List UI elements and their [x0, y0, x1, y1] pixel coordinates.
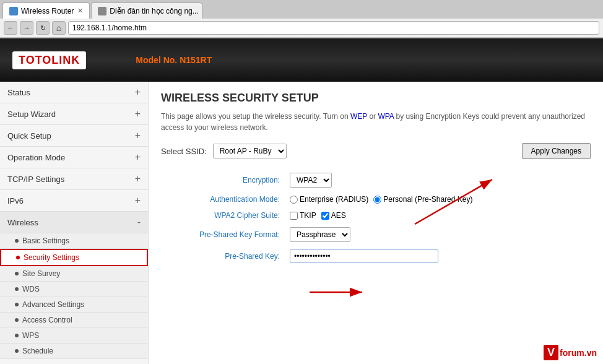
- sidebar-sub-advanced-settings[interactable]: Advanced Settings: [0, 297, 148, 313]
- tab-close-2[interactable]: ✕: [202, 7, 203, 15]
- bullet-security-settings: [16, 256, 20, 259]
- auth-enterprise-radio[interactable]: [290, 196, 298, 204]
- sidebar-sub-site-survey[interactable]: Site Survey: [0, 266, 148, 282]
- bullet-advanced-settings: [15, 303, 19, 306]
- psk-format-label: Pre-Shared Key Format:: [161, 223, 285, 246]
- sidebar-sub-label-basic-settings: Basic Settings: [22, 236, 69, 245]
- sidebar-label-setup-wizard: Setup Wizard: [7, 110, 56, 119]
- auth-mode-value: Enterprise (RADIUS) Personal (Pre-Shared…: [285, 191, 591, 207]
- back-button[interactable]: ←: [4, 21, 17, 35]
- encryption-row: Encryption: WPA2: [161, 169, 591, 191]
- sidebar-sub-access-control[interactable]: Access Control: [0, 313, 148, 328]
- sidebar-item-tcpip[interactable]: TCP/IP Settings +: [0, 168, 148, 190]
- sidebar-sub-label-site-survey: Site Survey: [22, 269, 60, 278]
- tab-forum[interactable]: Diễn đàn tin học công ng... ✕: [91, 2, 202, 19]
- cipher-aes-text: AES: [331, 211, 346, 220]
- home-button[interactable]: ⌂: [52, 21, 66, 35]
- logo-toto: TOTO: [19, 54, 51, 66]
- cipher-label: WPA2 Cipher Suite:: [161, 207, 285, 223]
- cipher-value: TKIP AES: [285, 207, 591, 223]
- wep-link[interactable]: WEP: [350, 112, 367, 121]
- cipher-tkip-label[interactable]: TKIP: [290, 211, 316, 220]
- auth-mode-row: Authentication Mode: Enterprise (RADIUS)…: [161, 191, 591, 207]
- cipher-tkip-text: TKIP: [300, 211, 316, 220]
- model-value: N151RT: [180, 55, 212, 65]
- tab-label-2: Diễn đàn tin học công ng...: [110, 7, 198, 15]
- psk-format-row: Pre-Shared Key Format: Passphrase: [161, 223, 591, 246]
- sidebar-expand-ipv6: +: [135, 195, 141, 206]
- sidebar-sub-wps[interactable]: WPS: [0, 328, 148, 344]
- url-input[interactable]: [68, 21, 599, 35]
- content-area: Status + Setup Wizard + Quick Setup + Op…: [0, 82, 603, 364]
- encryption-value: WPA2: [285, 169, 591, 191]
- tab-favicon: [9, 7, 18, 15]
- cipher-aes-label[interactable]: AES: [321, 211, 346, 220]
- psk-input[interactable]: [290, 249, 438, 263]
- page: TOTOLINK Model No. N151RT Status + Setup…: [0, 38, 603, 364]
- tab-favicon-2: [98, 7, 106, 15]
- sidebar-sub-wds[interactable]: WDS: [0, 282, 148, 297]
- sidebar-sub-label-schedule: Schedule: [22, 347, 53, 355]
- bullet-wps: [15, 334, 19, 337]
- encryption-select[interactable]: WPA2: [290, 173, 332, 188]
- sidebar-expand-status: +: [135, 87, 141, 98]
- ssid-select[interactable]: Root AP - RuBy: [213, 144, 287, 158]
- logo-link: LINK: [51, 54, 80, 66]
- sidebar-sub-label-wps: WPS: [22, 331, 39, 340]
- sidebar-sub-label-wds: WDS: [22, 285, 40, 293]
- sidebar-item-setup-wizard[interactable]: Setup Wizard +: [0, 103, 148, 125]
- sidebar-label-tcpip: TCP/IP Settings: [7, 175, 64, 184]
- sidebar-item-quick-setup[interactable]: Quick Setup +: [0, 125, 148, 147]
- main-content: WIRELESS SECURITY SETUP This page allows…: [149, 82, 603, 364]
- psk-format-value: Passphrase: [285, 223, 591, 246]
- sidebar-label-quick-setup: Quick Setup: [7, 131, 51, 141]
- auth-enterprise-label[interactable]: Enterprise (RADIUS): [290, 195, 368, 204]
- cipher-tkip-checkbox[interactable]: [290, 212, 298, 220]
- sidebar-sub-security-settings[interactable]: Security Settings: [0, 249, 148, 266]
- psk-row: Pre-Shared Key:: [161, 246, 591, 267]
- apply-changes-button[interactable]: Apply Changes: [522, 143, 591, 159]
- tab-close-1[interactable]: ✕: [77, 7, 83, 15]
- wpa-link[interactable]: WPA: [378, 112, 394, 121]
- cipher-aes-checkbox[interactable]: [321, 212, 329, 220]
- watermark-forum-text: forum.vn: [560, 348, 597, 358]
- forward-button[interactable]: →: [20, 21, 33, 35]
- sidebar-label-operation-mode: Operation Mode: [7, 153, 65, 162]
- sidebar-expand-quick-setup: +: [135, 130, 141, 141]
- reload-button[interactable]: ↻: [36, 21, 50, 35]
- sidebar-sub-basic-settings[interactable]: Basic Settings: [0, 233, 148, 249]
- auth-personal-radio[interactable]: [373, 196, 381, 204]
- tab-label-1: Wireless Router: [21, 7, 74, 15]
- sidebar-item-operation-mode[interactable]: Operation Mode +: [0, 147, 148, 168]
- sidebar-sub-label-access-control: Access Control: [22, 316, 72, 324]
- cipher-checkbox-group: TKIP AES: [290, 211, 586, 220]
- sidebar-expand-wireless: -: [137, 217, 141, 228]
- sidebar-label-status: Status: [7, 88, 30, 97]
- address-bar: ← → ↻ ⌂: [0, 19, 603, 38]
- sidebar-sub-label-security-settings: Security Settings: [24, 253, 79, 262]
- sidebar-expand-setup-wizard: +: [135, 108, 141, 119]
- browser-chrome: Wireless Router ✕ Diễn đàn tin học công …: [0, 0, 603, 38]
- sidebar-sub-schedule[interactable]: Schedule: [0, 344, 148, 359]
- psk-value: [285, 246, 591, 267]
- sidebar-expand-operation-mode: +: [135, 152, 141, 163]
- sidebar-wireless-submenu: Basic Settings Security Settings Site Su…: [0, 233, 148, 359]
- psk-label: Pre-Shared Key:: [161, 246, 285, 267]
- tab-wireless-router[interactable]: Wireless Router ✕: [2, 2, 90, 19]
- sidebar-item-status[interactable]: Status +: [0, 82, 148, 103]
- psk-format-select[interactable]: Passphrase: [290, 227, 350, 242]
- security-form-table: Encryption: WPA2 Authentication Mode:: [161, 169, 591, 267]
- sidebar-item-wireless[interactable]: Wireless -: [0, 212, 148, 233]
- page-description: This page allows you setup the wireless …: [161, 111, 591, 133]
- ssid-label: Select SSID:: [161, 147, 207, 156]
- encryption-label: Encryption:: [161, 169, 285, 191]
- auth-personal-label[interactable]: Personal (Pre-Shared Key): [373, 195, 472, 204]
- sidebar-item-ipv6[interactable]: IPv6 +: [0, 190, 148, 212]
- watermark-v-logo: V: [544, 345, 558, 360]
- site-logo: TOTOLINK: [12, 51, 86, 69]
- bullet-basic-settings: [15, 239, 19, 243]
- sidebar-item-route-setup[interactable]: Route Setup +: [0, 359, 148, 364]
- sidebar: Status + Setup Wizard + Quick Setup + Op…: [0, 82, 149, 364]
- auth-mode-label: Authentication Mode:: [161, 191, 285, 207]
- model-info: Model No. N151RT: [136, 55, 212, 65]
